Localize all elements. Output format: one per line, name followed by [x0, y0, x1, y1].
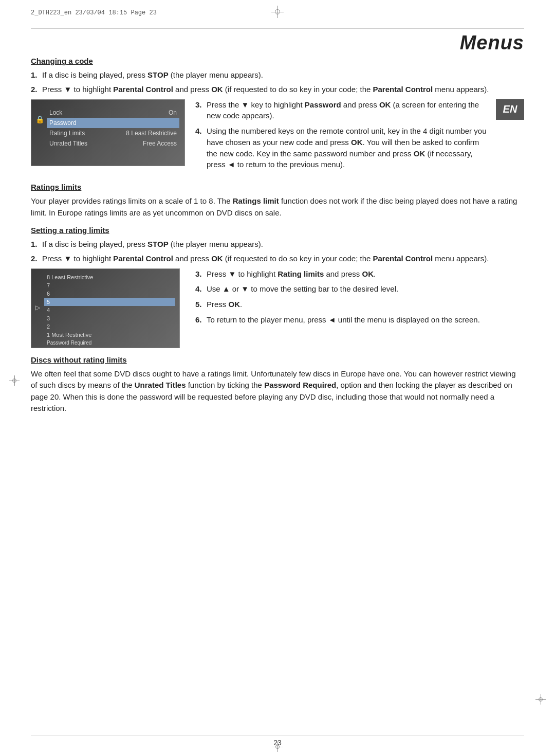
setting-step-3: 3. Press ▼ to highlight Rating limits an…: [195, 268, 524, 280]
step-1: 1. If a disc is being played, press STOP…: [31, 69, 524, 81]
setting-step-4-text: Use ▲ or ▼ to move the setting bar to th…: [207, 283, 398, 295]
setting-step-6: 6. To return to the player menu, press ◄…: [195, 314, 524, 326]
page-title: Menus: [460, 32, 524, 54]
step-1-num: 1.: [31, 69, 42, 81]
top-rule: [31, 28, 524, 29]
step-4: 4. Using the numbered keys on the remote…: [195, 125, 491, 170]
menu-screenshot-rating: ▷ 8 Least Restrictive 7 6 5 4 3 2 1 Most…: [31, 268, 180, 348]
steps-3-4: 3. Press the ▼ key to highlight Password…: [195, 99, 524, 171]
menu-row-lock: Lock On: [47, 107, 179, 118]
setting-step-5: 5. Press OK.: [195, 299, 524, 310]
section-setting-rating: Setting a rating limits 1. If a disc is …: [31, 226, 524, 348]
step-4-num: 4.: [195, 125, 207, 170]
step-2-text: Press ▼ to highlight Parental Control an…: [42, 84, 489, 95]
heading-setting-rating: Setting a rating limits: [31, 226, 524, 235]
step-3-text: Press the ▼ key to highlight Password an…: [207, 99, 491, 122]
menu2-inner: 8 Least Restrictive 7 6 5 4 3 2 1 Most R…: [44, 273, 175, 344]
row-8: 8 Least Restrictive: [44, 273, 175, 281]
main-content: Changing a code 1. If a disc is being pl…: [31, 57, 524, 725]
setting-step-4: 4. Use ▲ or ▼ to move the setting bar to…: [195, 283, 524, 295]
menu-screenshot-password: 🔒 Lock On Password Rating Limits 8 Lea: [31, 99, 185, 166]
row-1: 1 Most Restrictive: [44, 331, 175, 339]
left-mid-crosshair: [9, 375, 20, 386]
ratings-limits-body: Your player provides ratings limits on a…: [31, 195, 524, 219]
row-6: 6: [44, 290, 175, 298]
bottom-rule: [31, 735, 524, 735]
menu-inner: Lock On Password Rating Limits 8 Least R…: [47, 107, 179, 160]
rating-value: 8 Least Restrictive: [126, 130, 177, 137]
step-3-num: 3.: [195, 99, 207, 122]
steps-3-6-col: 3. Press ▼ to highlight Rating limits an…: [195, 268, 524, 348]
row-password-req: Password Required: [44, 339, 175, 347]
heading-changing-code: Changing a code: [31, 57, 524, 65]
en-badge: EN: [496, 99, 524, 120]
setting-step-1: 1. If a disc is being played, press STOP…: [31, 239, 524, 250]
section-changing-code: Changing a code 1. If a disc is being pl…: [31, 57, 524, 174]
unrated-value: Free Access: [143, 140, 177, 147]
menu-image-col: 🔒 Lock On Password Rating Limits 8 Lea: [31, 99, 185, 175]
password-label: Password: [49, 119, 77, 127]
setting-step-2: 2. Press ▼ to highlight Parental Control…: [31, 253, 524, 264]
setting-step-5-text: Press OK.: [207, 299, 242, 310]
row-free-access: ■ Free Access: [44, 347, 175, 348]
row-7: 7: [44, 281, 175, 290]
row-4: 4: [44, 306, 175, 314]
step-2: 2. Press ▼ to highlight Parental Control…: [31, 84, 524, 95]
setting-step-5-num: 5.: [195, 299, 207, 310]
setting-step-1-num: 1.: [31, 239, 42, 250]
setting-step-4-num: 4.: [195, 283, 207, 295]
setting-step-6-text: To return to the player menu, press ◄ un…: [207, 314, 480, 326]
setting-step-2-text: Press ▼ to highlight Parental Control an…: [42, 253, 489, 264]
setting-step-3-num: 3.: [195, 268, 207, 280]
right-bottom-crosshair: [535, 694, 546, 705]
changing-code-two-col: 🔒 Lock On Password Rating Limits 8 Lea: [31, 99, 524, 175]
steps-3-6: 3. Press ▼ to highlight Rating limits an…: [195, 268, 524, 326]
changing-code-steps-1-2: 1. If a disc is being played, press STOP…: [31, 69, 524, 95]
setting-step-1-text: If a disc is being played, press STOP (t…: [42, 239, 263, 250]
lock-icon: 🔒: [35, 115, 44, 123]
section-discs-without: Discs without rating limits We often fee…: [31, 355, 524, 415]
setting-two-col: ▷ 8 Least Restrictive 7 6 5 4 3 2 1 Most…: [31, 268, 524, 348]
bottom-crosshair: [272, 742, 283, 752]
rating-menu-col: ▷ 8 Least Restrictive 7 6 5 4 3 2 1 Most…: [31, 268, 185, 348]
lock-label: Lock: [49, 109, 62, 116]
top-crosshair: [270, 4, 285, 20]
section-ratings-limits: Ratings limits Your player provides rati…: [31, 183, 524, 219]
discs-without-body: We often feel that some DVD discs ought …: [31, 368, 524, 415]
setting-step-3-text: Press ▼ to highlight Rating limits and p…: [207, 268, 376, 280]
menu-row-password: Password: [47, 118, 179, 128]
step-4-text: Using the numbered keys on the remote co…: [207, 125, 491, 170]
heading-ratings-limits: Ratings limits: [31, 183, 524, 191]
menu-row-rating: Rating Limits 8 Least Restrictive: [47, 128, 179, 138]
row-5: 5: [44, 298, 175, 306]
setting-step-6-num: 6.: [195, 314, 207, 326]
header-meta: 2_DTH223_en 23/03/04 18:15 Page 23: [31, 9, 157, 16]
rating-label: Rating Limits: [49, 130, 85, 137]
heading-discs-without: Discs without rating limits: [31, 355, 524, 364]
setting-steps-1-2: 1. If a disc is being played, press STOP…: [31, 239, 524, 264]
step-1-text: If a disc is being played, press STOP (t…: [42, 69, 263, 81]
row-2: 2: [44, 322, 175, 331]
unrated-label: Unrated Titles: [49, 140, 87, 147]
step-3: 3. Press the ▼ key to highlight Password…: [195, 99, 491, 122]
menu-row-unrated: Unrated Titles Free Access: [47, 138, 179, 149]
setting-step-2-num: 2.: [31, 253, 42, 264]
steps-3-4-col: EN 3. Press the ▼ key to highlight Passw…: [195, 99, 524, 175]
menu2-arrow: ▷: [35, 304, 40, 311]
lock-value: On: [169, 109, 177, 116]
step-2-num: 2.: [31, 84, 42, 95]
row-3: 3: [44, 314, 175, 322]
